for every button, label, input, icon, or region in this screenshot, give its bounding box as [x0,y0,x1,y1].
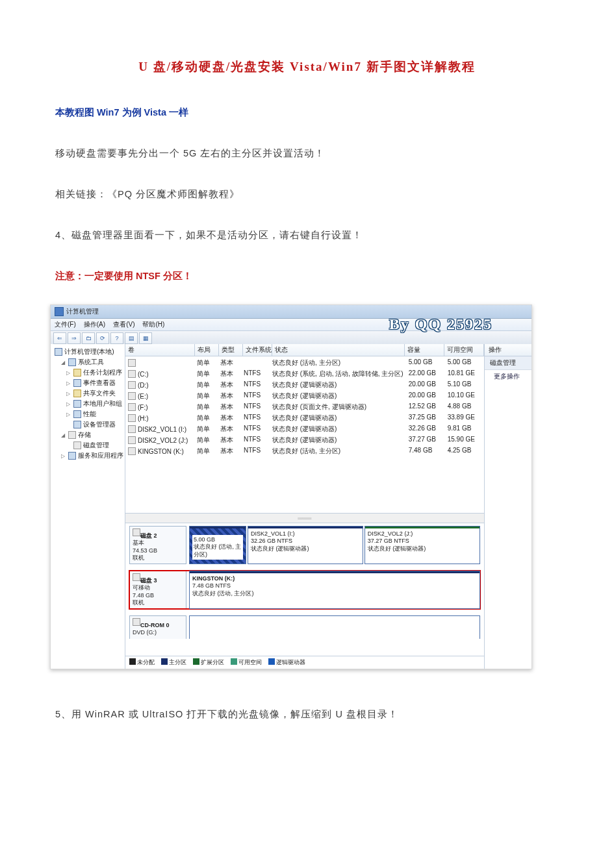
watermark: By QQ 25925 [389,316,492,333]
tree-local-users[interactable]: 本地用户和组 [83,399,122,408]
window-titlebar: 计算机管理 [51,305,531,319]
computer-icon [55,348,62,356]
paragraph-3: 4、磁盘管理器里面看一下，如果不是活动分区，请右键自行设置！ [55,229,559,242]
drive-icon [128,403,136,411]
users-icon [73,400,81,408]
volume-row[interactable]: (E:)简单基本NTFS状态良好 (逻辑驱动器)20.00 GB10.10 GE [125,391,484,402]
paragraph-5: 5、用 WinRAR 或 UltraISO 打开下载的光盘镜像，解压缩到 U 盘… [55,708,559,721]
tree-task-scheduler[interactable]: 任务计划程序 [83,368,122,377]
perf-icon [73,410,81,418]
cdrom-label[interactable]: CD-ROM 0 DVD (G:) [129,615,186,639]
drive-icon [128,392,136,400]
toolbar-refresh[interactable]: ⟳ [96,332,109,344]
col-volume[interactable]: 卷 [125,344,195,356]
screenshot-computer-management: 计算机管理 文件(F) 操作(A) 查看(V) 帮助(H) By QQ 2592… [50,304,532,669]
menu-help[interactable]: 帮助(H) [142,320,164,329]
toolbar-forward[interactable]: ⇒ [68,332,81,344]
volume-row[interactable]: (H:)简单基本NTFS状态良好 (逻辑驱动器)37.25 GB33.89 GE [125,413,484,424]
menu-action[interactable]: 操作(A) [84,320,105,329]
toolbar-list[interactable]: ▤ [125,332,138,344]
volume-row[interactable]: (C:)简单基本NTFS状态良好 (系统, 启动, 活动, 故障转储, 主分区)… [125,369,484,380]
device-icon [73,421,81,428]
storage-icon [68,431,76,439]
legend: 未分配 主分区 扩展分区 可用空间 逻辑驱动器 [125,656,484,669]
col-capacity[interactable]: 容量 [405,344,444,356]
col-freespace[interactable]: 可用空间 [444,344,484,356]
drive-icon [128,370,136,378]
event-icon [73,379,81,387]
window-icon [55,307,64,316]
doc-subtitle: 本教程图 Win7 为例 Vista 一样 [55,106,559,119]
warning-line: 注意：一定要使用 NTSF 分区！ [55,270,559,282]
disk-icon [133,528,140,536]
cdrom-icon [133,618,140,626]
actions-pane: 操作 磁盘管理 更多操作 [485,344,531,669]
actions-header: 操作 [485,344,531,356]
menu-file[interactable]: 文件(F) [55,320,76,329]
tree-device-manager[interactable]: 设备管理器 [83,420,116,429]
disk-icon [73,441,81,449]
volume-row[interactable]: KINGSTON (K:)简单基本NTFS状态良好 (活动, 主分区)7.48 … [125,446,484,457]
toolbar-help[interactable]: ? [110,332,123,344]
volume-row[interactable]: (D:)简单基本NTFS状态良好 (逻辑驱动器)20.00 GB5.10 GB [125,380,484,391]
disk3-part-kingston[interactable]: KINGSTON (K:) 7.48 GB NTFS 状态良好 (活动, 主分区… [189,571,480,609]
disk-graphical-view: 磁盘 2 基本 74.53 GB 联机 5.00 GB [125,523,484,656]
disk-3-label[interactable]: 磁盘 3 可移动 7.48 GB 联机 [129,571,186,609]
task-icon [73,369,81,377]
drive-icon [128,381,136,389]
doc-title: U 盘/移动硬盘/光盘安装 Vista/Win7 新手图文详解教程 [55,58,559,75]
actions-disk-mgmt[interactable]: 磁盘管理 [485,356,531,370]
volume-row[interactable]: 简单基本状态良好 (活动, 主分区)5.00 GB5.00 GB [125,358,484,369]
paragraph-2: 相关链接：《PQ 分区魔术师图解教程》 [55,188,559,201]
disk-2-label[interactable]: 磁盘 2 基本 74.53 GB 联机 [129,526,186,564]
disk2-part-vol1[interactable]: DISK2_VOL1 (I:) 32.26 GB NTFS 状态良好 (逻辑驱动… [248,526,363,564]
tree-services[interactable]: 服务和应用程序 [78,451,123,460]
disk2-part-vol2[interactable]: DISK2_VOL2 (J:) 37.27 GB NTFS 状态良好 (逻辑驱动… [365,526,480,564]
tree-performance[interactable]: 性能 [83,410,96,419]
actions-more[interactable]: 更多操作 [485,370,531,383]
volume-row[interactable]: (F:)简单基本NTFS状态良好 (页面文件, 逻辑驱动器)12.52 GB4.… [125,402,484,413]
nav-tree[interactable]: 计算机管理(本地) ◢系统工具 ▷任务计划程序 ▷事件查看器 ▷共享文件夹 ▷本… [51,344,125,669]
col-type[interactable]: 类型 [219,344,243,356]
horizontal-scrollbar[interactable]: ═══ [125,513,484,523]
drive-icon [128,414,136,422]
tree-storage[interactable]: 存储 [78,430,91,440]
tools-icon [68,358,76,366]
services-icon [68,452,76,460]
tree-system-tools[interactable]: 系统工具 [78,358,104,367]
menu-view[interactable]: 查看(V) [113,320,134,329]
disk2-part-unlabeled[interactable]: 5.00 GB 状态良好 (活动, 主分区) [189,526,246,564]
volume-row[interactable]: DISK2_VOL2 (J:)简单基本NTFS状态良好 (逻辑驱动器)37.27… [125,435,484,446]
share-icon [73,390,81,397]
cdrom-row: CD-ROM 0 DVD (G:) [129,615,480,639]
window-title: 计算机管理 [66,307,99,316]
tree-event-viewer[interactable]: 事件查看器 [83,378,116,388]
volume-list[interactable]: 简单基本状态良好 (活动, 主分区)5.00 GB5.00 GB(C:)简单基本… [125,356,484,458]
drive-icon [128,425,136,433]
volume-row[interactable]: DISK2_VOL1 (I:)简单基本NTFS状态良好 (逻辑驱动器)32.26… [125,424,484,435]
menu-bar[interactable]: 文件(F) 操作(A) 查看(V) 帮助(H) By QQ 25925 [51,319,531,331]
drive-icon [128,447,136,455]
tree-shared-folders[interactable]: 共享文件夹 [83,389,116,398]
toolbar-back[interactable]: ⇐ [53,332,66,344]
toolbar-up[interactable]: 🗀 [82,332,95,344]
col-filesystem[interactable]: 文件系统 [243,344,272,356]
volume-header[interactable]: 卷 布局 类型 文件系统 状态 容量 可用空间 [125,344,484,356]
tree-root[interactable]: 计算机管理(本地) [64,347,114,356]
disk-2-row: 磁盘 2 基本 74.53 GB 联机 5.00 GB [129,526,480,564]
paragraph-1: 移动硬盘需要事先分出一个 5G 左右的主分区并设置活动！ [55,147,559,160]
usb-disk-icon [133,573,140,581]
col-layout[interactable]: 布局 [195,344,219,356]
tree-disk-management[interactable]: 磁盘管理 [83,441,109,450]
drive-icon [128,436,136,444]
toolbar-detail[interactable]: ▦ [139,332,152,344]
disk-3-row: 磁盘 3 可移动 7.48 GB 联机 KINGSTON (K:) 7.48 G… [129,571,480,609]
col-status[interactable]: 状态 [272,344,405,356]
drive-icon [128,359,136,367]
